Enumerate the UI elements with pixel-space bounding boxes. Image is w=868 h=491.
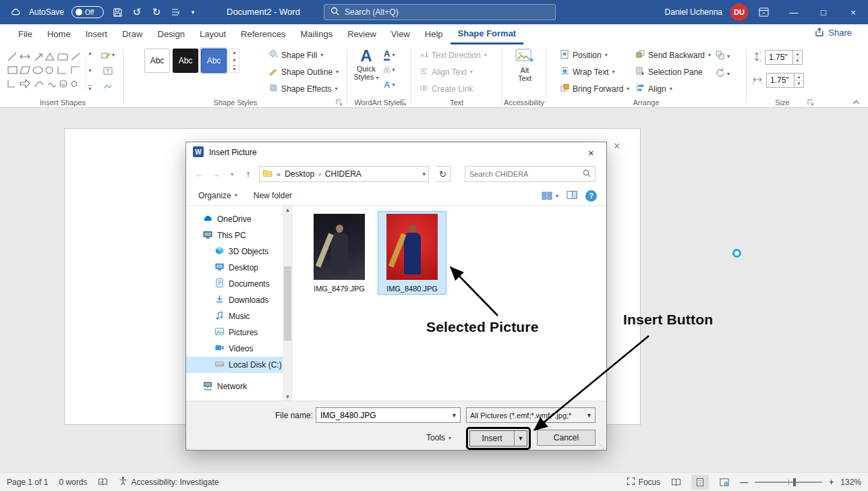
group-objects-button[interactable]: ▾ bbox=[715, 50, 730, 62]
sidebar-item-onedrive[interactable]: OneDrive bbox=[186, 211, 283, 227]
breadcrumb-overflow[interactable]: « bbox=[277, 170, 281, 178]
read-mode-icon[interactable] bbox=[667, 475, 685, 490]
send-backward-button[interactable]: Send Backward ▾ bbox=[633, 47, 714, 63]
change-view-button[interactable]: ▾ bbox=[542, 191, 558, 200]
styles-more-icon[interactable]: ▾ bbox=[233, 65, 235, 72]
dialog-titlebar[interactable]: W Insert Picture × bbox=[186, 142, 606, 163]
share-button[interactable]: Share bbox=[815, 27, 852, 38]
tab-review[interactable]: Review bbox=[340, 24, 384, 45]
tab-shape-format[interactable]: Shape Format bbox=[451, 24, 524, 45]
scroll-down-icon[interactable]: ▼ bbox=[285, 394, 291, 400]
quick-access-list-icon[interactable] bbox=[170, 6, 182, 18]
shape-style-preset-1[interactable]: Abc bbox=[144, 49, 170, 73]
breadcrumb[interactable]: « Desktop › CHIDERA ▾ bbox=[259, 166, 429, 182]
create-link-button[interactable]: Create Link bbox=[417, 81, 490, 96]
text-effects-button[interactable]: A▾ bbox=[384, 78, 395, 91]
align-text-button[interactable]: Align Text ▾ bbox=[417, 64, 490, 80]
sidebar-item-documents[interactable]: Documents bbox=[186, 276, 283, 292]
shape-style-gallery-scrollbar[interactable]: ▴ ▾ ▾ bbox=[229, 49, 239, 73]
alt-text-button[interactable]: Alt Text bbox=[509, 47, 540, 82]
shape-style-preset-2[interactable]: Abc bbox=[173, 49, 198, 73]
styles-scroll-up-icon[interactable]: ▴ bbox=[233, 49, 235, 55]
tab-insert[interactable]: Insert bbox=[78, 24, 115, 45]
scroll-up-icon[interactable]: ▲ bbox=[285, 207, 291, 213]
autosave-toggle[interactable]: Off bbox=[71, 6, 104, 18]
undo-icon[interactable]: ↺ bbox=[131, 6, 143, 18]
wrap-text-button[interactable]: Wrap Text ▾ bbox=[557, 64, 632, 80]
cancel-button[interactable]: Cancel bbox=[537, 430, 596, 446]
shape-styles-dialog-launcher[interactable] bbox=[336, 98, 344, 107]
organize-button[interactable]: Organize ▾ bbox=[198, 191, 237, 200]
dialog-search-box[interactable] bbox=[465, 166, 596, 182]
gallery-more-icon[interactable]: ▾ bbox=[88, 85, 91, 92]
breadcrumb-item-desktop[interactable]: Desktop bbox=[285, 169, 314, 179]
forward-icon[interactable]: → bbox=[209, 167, 223, 181]
autosave-cloud-icon[interactable] bbox=[9, 6, 22, 18]
zoom-percentage[interactable]: 132% bbox=[840, 478, 861, 487]
position-button[interactable]: Position ▾ bbox=[557, 47, 632, 63]
gallery-scroll-down-icon[interactable]: ▾ bbox=[88, 67, 91, 74]
height-increase-icon[interactable]: ▲ bbox=[793, 51, 802, 58]
object-close-icon[interactable]: × bbox=[614, 140, 620, 152]
text-direction-button[interactable]: A Text Direction ▾ bbox=[417, 47, 490, 63]
avatar[interactable]: DU bbox=[730, 3, 748, 21]
tab-layout[interactable]: Layout bbox=[192, 24, 233, 45]
rotate-objects-button[interactable]: ▾ bbox=[715, 67, 730, 80]
recent-locations-chevron-icon[interactable]: ▾ bbox=[225, 167, 239, 181]
sidebar-item-pictures[interactable]: Pictures bbox=[186, 324, 283, 341]
zoom-slider[interactable] bbox=[755, 482, 822, 483]
resize-grip[interactable]: ⋱ bbox=[598, 442, 605, 449]
sidebar-item-3d-objects[interactable]: 3D Objects bbox=[186, 243, 283, 260]
page-indicator[interactable]: Page 1 of 1 bbox=[7, 478, 48, 487]
file-name-input[interactable] bbox=[316, 411, 449, 420]
titlebar-search-box[interactable]: Search (Alt+Q) bbox=[324, 4, 556, 20]
tab-draw[interactable]: Draw bbox=[115, 24, 150, 45]
height-decrease-icon[interactable]: ▼ bbox=[793, 58, 802, 65]
tab-view[interactable]: View bbox=[384, 24, 417, 45]
tab-design[interactable]: Design bbox=[150, 24, 192, 45]
collapse-ribbon-icon[interactable] bbox=[852, 98, 860, 106]
sidebar-item-local-disk-c[interactable]: Local Disk (C:) bbox=[186, 357, 283, 373]
new-folder-button[interactable]: New folder bbox=[254, 191, 292, 200]
width-decrease-icon[interactable]: ▼ bbox=[794, 81, 803, 88]
breadcrumb-item-chidera[interactable]: CHIDERA bbox=[325, 169, 361, 179]
minimize-button[interactable]: — bbox=[779, 0, 809, 24]
breadcrumb-chevron-icon[interactable]: ▾ bbox=[422, 171, 426, 177]
web-layout-icon[interactable] bbox=[716, 475, 733, 490]
ribbon-display-options-icon[interactable] bbox=[757, 6, 770, 18]
shape-gallery[interactable] bbox=[7, 50, 82, 92]
focus-mode-button[interactable]: Focus bbox=[627, 477, 661, 488]
wordart-styles-dialog-launcher[interactable] bbox=[400, 98, 408, 107]
sidebar-item-network[interactable]: Network bbox=[186, 378, 283, 395]
user-name[interactable]: Daniel Uchenna bbox=[665, 7, 722, 17]
back-icon[interactable]: ← bbox=[193, 167, 206, 181]
styles-scroll-down-icon[interactable]: ▾ bbox=[233, 57, 235, 63]
scrollbar-thumb[interactable] bbox=[284, 266, 291, 341]
edit-shape-button[interactable]: ▾ bbox=[97, 49, 119, 61]
zoom-out-icon[interactable]: — bbox=[740, 478, 748, 487]
up-icon[interactable]: ↑ bbox=[241, 167, 255, 181]
shape-gallery-scrollbar[interactable]: ▴ ▾ ▾ bbox=[85, 50, 94, 92]
text-box-button[interactable] bbox=[97, 64, 119, 77]
print-layout-icon[interactable] bbox=[691, 475, 709, 490]
file-item-img-8479[interactable]: IMG_8479.JPG bbox=[313, 214, 366, 293]
preview-pane-icon[interactable] bbox=[567, 190, 577, 202]
save-icon[interactable] bbox=[111, 6, 123, 18]
sidebar-item-downloads[interactable]: Downloads bbox=[186, 292, 283, 308]
insert-button[interactable]: Insert bbox=[470, 431, 515, 446]
size-dialog-launcher[interactable] bbox=[807, 98, 815, 107]
file-name-combobox[interactable]: ▼ bbox=[316, 407, 461, 423]
proofing-icon[interactable] bbox=[98, 478, 108, 486]
shape-style-preset-3[interactable]: Abc bbox=[201, 49, 227, 73]
tab-home[interactable]: Home bbox=[40, 24, 78, 45]
shape-height-input[interactable]: 1.75" ▲▼ bbox=[765, 50, 803, 65]
tools-button[interactable]: Tools ▾ bbox=[422, 430, 455, 446]
file-item-img-8480-selected[interactable]: IMG_8480.JPG bbox=[378, 211, 446, 295]
help-icon[interactable]: ? bbox=[585, 190, 597, 202]
tab-references[interactable]: References bbox=[233, 24, 293, 45]
zoom-in-icon[interactable]: + bbox=[829, 478, 834, 487]
selection-pane-button[interactable]: Selection Pane bbox=[633, 64, 714, 80]
refresh-icon[interactable]: ↻ bbox=[436, 166, 451, 182]
dialog-close-button[interactable]: × bbox=[576, 142, 606, 163]
sidebar-scrollbar[interactable]: ▲ ▼ bbox=[283, 206, 293, 401]
